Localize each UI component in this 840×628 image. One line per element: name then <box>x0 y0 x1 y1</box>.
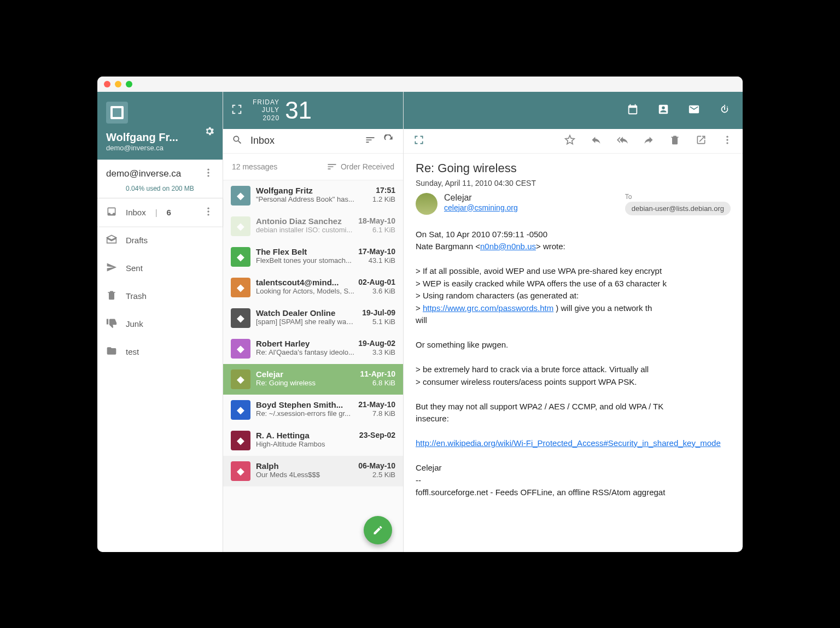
msg-subject: Re: Going wireless <box>256 379 316 387</box>
message-list-pane: FRIDAY JULY 2020 31 Inbox 12 messages Or… <box>223 92 404 552</box>
from-email-link[interactable]: celejar@csmining.org <box>444 203 518 212</box>
body-email-link[interactable]: n0nb@n0nb.us <box>480 242 536 251</box>
window-zoom-button[interactable] <box>126 81 132 87</box>
avatar: ◆ <box>231 400 250 420</box>
contacts-icon[interactable] <box>657 103 669 118</box>
reply-icon[interactable] <box>591 134 602 148</box>
svg-point-7 <box>726 139 728 140</box>
folder-junk[interactable]: Junk <box>97 310 223 338</box>
forward-icon[interactable] <box>643 134 654 148</box>
compose-button[interactable] <box>364 516 392 544</box>
msg-date: 02-Aug-01 <box>358 278 395 287</box>
svg-point-2 <box>207 175 209 177</box>
msg-date: 17-May-10 <box>358 247 395 256</box>
message-item[interactable]: ◆R. A. Hettinga23-Sep-02High-Altitude Ra… <box>223 425 403 456</box>
msg-size: 2.5 KiB <box>372 471 395 479</box>
mail-icon[interactable] <box>688 103 700 118</box>
date-year: 2020 <box>253 114 279 122</box>
msg-date: 21-May-10 <box>358 400 395 409</box>
user-email: demo@inverse.ca <box>106 144 214 152</box>
gear-icon[interactable] <box>204 126 215 139</box>
sidebar-header: Wolfgang Fr... demo@inverse.ca <box>97 92 223 160</box>
star-icon[interactable] <box>564 134 575 148</box>
window-minimize-button[interactable] <box>115 81 121 87</box>
folder-inbox[interactable]: Inbox|6 <box>97 198 223 226</box>
msg-from: Celejar <box>256 369 283 379</box>
body-link-2[interactable]: http://en.wikipedia.org/wiki/Wi-Fi_Prote… <box>416 438 721 448</box>
folder-count: 6 <box>167 208 171 217</box>
fullscreen-icon[interactable] <box>231 103 243 118</box>
folder-trash[interactable]: Trash <box>97 282 223 310</box>
to-chip[interactable]: debian-user@lists.debian.org <box>625 202 731 215</box>
reply-all-icon[interactable] <box>617 134 628 148</box>
msg-from: The Flex Belt <box>256 247 307 256</box>
msg-size: 3.3 KiB <box>372 348 395 356</box>
calendar-icon[interactable] <box>627 103 639 118</box>
msg-date: 19-Jul-09 <box>362 308 395 318</box>
message-item[interactable]: ◆Antonio Diaz Sanchez18-May-10debian ins… <box>223 211 403 242</box>
trash-icon <box>106 290 118 302</box>
more-vert-icon[interactable] <box>203 206 214 219</box>
content-topbar <box>404 92 743 129</box>
power-icon[interactable] <box>719 103 731 118</box>
msg-from: talentscout4@mind... <box>256 278 339 287</box>
msg-subject: High-Altitude Rambos <box>256 440 325 448</box>
avatar: ◆ <box>231 247 250 267</box>
message-item[interactable]: ◆The Flex Belt17-May-10FlexBelt tones yo… <box>223 242 403 272</box>
msg-from: Wolfgang Fritz <box>256 186 313 195</box>
folder-test[interactable]: test <box>97 338 223 366</box>
sent-icon <box>106 262 118 274</box>
window-close-button[interactable] <box>104 81 110 87</box>
avatar: ◆ <box>231 278 250 297</box>
search-icon[interactable] <box>232 134 243 148</box>
sort-button[interactable]: Order Received <box>326 161 394 172</box>
account-row[interactable]: demo@inverse.ca <box>97 160 223 183</box>
svg-point-1 <box>207 172 209 173</box>
user-name: Wolfgang Fr... <box>106 131 214 144</box>
msg-date: 17:51 <box>376 186 395 195</box>
msg-size: 7.8 KiB <box>372 409 395 418</box>
message-item[interactable]: ◆talentscout4@mind...02-Aug-01Looking fo… <box>223 272 403 303</box>
msg-size: 6.1 KiB <box>372 226 395 234</box>
folder-label: Sent <box>126 263 143 273</box>
sort-icon[interactable] <box>365 134 376 148</box>
msg-size: 43.1 KiB <box>369 256 395 265</box>
mail-subject: Re: Going wireless <box>416 161 731 175</box>
svg-point-3 <box>207 207 209 209</box>
body-link-1[interactable]: https://www.grc.com/passwords.htm <box>423 303 553 313</box>
folder-sent[interactable]: Sent <box>97 254 223 282</box>
mail-datetime: Sunday, April 11, 2010 04:30 CEST <box>416 179 731 187</box>
svg-point-5 <box>207 214 209 215</box>
titlebar <box>97 77 743 92</box>
date-month: JULY <box>253 106 279 114</box>
mail-header: Re: Going wireless Sunday, April 11, 201… <box>404 154 743 223</box>
quota-text: 0.04% used on 200 MB <box>97 183 223 198</box>
msg-size: 5.1 KiB <box>372 318 395 326</box>
reading-pane: Re: Going wireless Sunday, April 11, 201… <box>404 92 743 552</box>
account-email: demo@inverse.ca <box>106 168 181 179</box>
message-item[interactable]: ◆Ralph06-May-10Our Meds 4Less$$$2.5 KiB <box>223 456 403 486</box>
folder-title[interactable]: Inbox <box>250 135 357 146</box>
svg-point-8 <box>726 142 728 144</box>
date-block[interactable]: FRIDAY JULY 2020 31 <box>253 97 312 124</box>
refresh-icon[interactable] <box>383 134 394 148</box>
msg-date: 06-May-10 <box>358 461 395 471</box>
from-name: Celejar <box>444 193 518 203</box>
msg-subject: debian installer ISO: customi... <box>256 226 352 234</box>
more-vert-icon[interactable] <box>722 134 733 148</box>
message-item[interactable]: ◆Boyd Stephen Smith...21-May-10Re: ~/.xs… <box>223 395 403 425</box>
message-item[interactable]: ◆Wolfgang Fritz17:51"Personal Address Bo… <box>223 180 403 211</box>
avatar: ◆ <box>231 216 250 236</box>
junk-icon <box>106 318 118 330</box>
more-vert-icon[interactable] <box>203 167 214 180</box>
sidebar: Wolfgang Fr... demo@inverse.ca demo@inve… <box>97 92 223 552</box>
folder-drafts[interactable]: Drafts <box>97 226 223 254</box>
delete-icon[interactable] <box>669 134 680 148</box>
open-new-icon[interactable] <box>696 134 707 148</box>
msg-from: Boyd Stephen Smith... <box>256 400 343 409</box>
message-item[interactable]: ◆Watch Dealer Online19-Jul-09[spam] [SPA… <box>223 303 403 333</box>
message-item[interactable]: ◆Celejar11-Apr-10Re: Going wireless6.8 K… <box>223 364 403 395</box>
avatar: ◆ <box>231 431 250 450</box>
expand-icon[interactable] <box>413 134 424 148</box>
message-item[interactable]: ◆Robert Harley19-Aug-02Re: Al'Qaeda's fa… <box>223 333 403 364</box>
